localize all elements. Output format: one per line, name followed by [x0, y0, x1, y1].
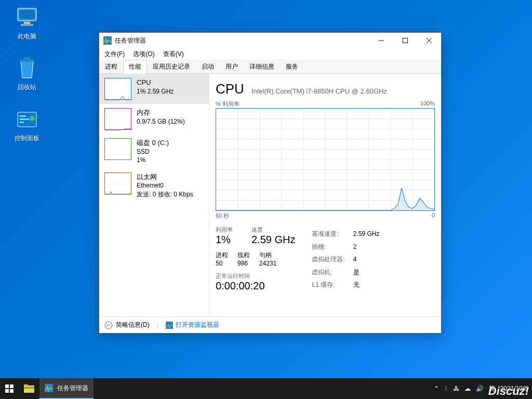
tab-users[interactable]: 用户 [220, 60, 244, 73]
tab-services[interactable]: 服务 [280, 60, 304, 73]
sidebar-item-title: CPU [137, 78, 174, 87]
fewer-details-label: 简略信息(D) [116, 321, 150, 329]
computer-icon [15, 5, 39, 30]
tab-processes[interactable]: 进程 [99, 60, 123, 73]
svg-rect-8 [20, 118, 29, 120]
resmon-label: 打开资源监视器 [176, 321, 219, 329]
sidebar-item-memory[interactable]: 内存0.9/7.5 GB (12%) [99, 104, 209, 134]
cpu-details-table: 基准速度:2.59 GHz 插槽:2 虚拟处理器:4 虚拟机:是 L1 缓存:无 [311, 227, 380, 292]
desktop-icon-control-panel[interactable]: 控制面板 [7, 107, 46, 143]
task-manager-icon [45, 384, 53, 392]
menu-options[interactable]: 选项(O) [130, 49, 157, 60]
desktop-icon-recycle-bin[interactable]: 回收站 [7, 56, 46, 92]
stat-label: 句柄 [259, 251, 276, 260]
stat-label: 进程 [216, 251, 228, 260]
svg-rect-41 [10, 389, 14, 393]
svg-rect-38 [5, 384, 9, 388]
svg-point-36 [105, 322, 112, 329]
minimize-button[interactable] [369, 33, 393, 48]
sidebar-item-sub: 发送: 0 接收: 0 Kbps [137, 190, 193, 198]
utilization-value: 1% [216, 234, 233, 246]
stat-label: 线程 [237, 251, 250, 260]
kv-value: 4 [353, 254, 380, 265]
start-button[interactable] [0, 378, 19, 399]
svg-rect-11 [103, 36, 112, 45]
open-resource-monitor-link[interactable]: 打开资源监视器 [166, 321, 219, 329]
svg-rect-9 [20, 122, 24, 123]
desktop-icon-label: 此电脑 [18, 32, 36, 41]
onedrive-icon[interactable]: ☁ [464, 385, 471, 392]
resource-monitor-icon [166, 322, 173, 329]
tab-startup[interactable]: 启动 [196, 60, 220, 73]
threads-value: 986 [237, 260, 250, 267]
sidebar-item-title: 内存 [137, 108, 185, 117]
tab-details[interactable]: 详细信息 [244, 60, 280, 73]
kv-label: 基准速度: [312, 228, 352, 240]
desktop-icon-label: 回收站 [18, 83, 36, 92]
svg-rect-2 [24, 22, 30, 24]
sidebar-item-ethernet[interactable]: 以太网Ethernet0发送: 0 接收: 0 Kbps [99, 168, 209, 203]
disk-thumb [104, 138, 131, 160]
task-manager-icon [103, 36, 112, 45]
titlebar[interactable]: 任务管理器 [99, 33, 441, 48]
window-title: 任务管理器 [115, 36, 369, 45]
svg-rect-40 [5, 389, 9, 393]
tabbar: 进程 性能 应用历史记录 启动 用户 详细信息 服务 [99, 60, 441, 74]
taskbar-task-manager[interactable]: 任务管理器 [39, 378, 94, 399]
maximize-button[interactable] [393, 33, 417, 48]
svg-rect-7 [20, 115, 26, 117]
uptime-value: 0:00:00:20 [216, 280, 295, 292]
control-panel-icon [15, 107, 39, 132]
performance-sidebar: CPU1% 2.59 GHz 内存0.9/7.5 GB (12%) 磁盘 0 (… [99, 74, 209, 316]
svg-rect-1 [19, 10, 35, 19]
svg-point-10 [30, 116, 35, 121]
chart-ymin: 0 [432, 212, 435, 220]
menu-view[interactable]: 查看(V) [160, 49, 187, 60]
tab-app-history[interactable]: 应用历史记录 [147, 60, 196, 73]
taskbar-app-label: 任务管理器 [57, 384, 88, 393]
stat-label: 速度 [251, 226, 295, 234]
network-icon[interactable]: 🖧 [453, 385, 459, 392]
menu-file[interactable]: 文件(F) [101, 49, 128, 60]
svg-rect-43 [24, 384, 28, 387]
sidebar-item-sub: SSD [137, 148, 169, 156]
tray-chevron-icon[interactable]: ⌃ [434, 385, 439, 392]
kv-label: 虚拟处理器: [312, 254, 352, 265]
kv-value: 是 [353, 267, 380, 278]
sidebar-item-sub: Ethernet0 [137, 181, 193, 190]
kv-label: L1 缓存: [312, 279, 352, 291]
fewer-details-button[interactable]: 简略信息(D) [104, 321, 150, 329]
taskbar: 任务管理器 ⌃ ᛒ 🖧 ☁ 🔊 英 2021/10/6 [0, 378, 532, 399]
memory-thumb [104, 108, 131, 130]
close-button[interactable] [417, 33, 441, 48]
bluetooth-icon[interactable]: ᛒ [444, 385, 448, 392]
sidebar-item-cpu[interactable]: CPU1% 2.59 GHz [99, 74, 209, 104]
chevron-up-circle-icon [104, 321, 113, 329]
svg-rect-44 [24, 387, 34, 389]
svg-rect-39 [10, 384, 14, 388]
chart-ymax: 100% [420, 100, 435, 108]
processes-value: 50 [216, 260, 228, 267]
menubar: 文件(F) 选项(O) 查看(V) [99, 48, 441, 60]
sidebar-item-sub: 1% 2.59 GHz [137, 87, 174, 96]
desktop-icon-this-pc[interactable]: 此电脑 [7, 5, 46, 41]
svg-rect-5 [24, 57, 30, 60]
svg-rect-3 [21, 24, 33, 26]
svg-rect-45 [45, 384, 53, 392]
taskbar-file-explorer[interactable] [19, 378, 39, 399]
kv-label: 插槽: [312, 241, 352, 253]
main-heading: CPU [216, 81, 244, 97]
desktop-icon-label: 控制面板 [15, 134, 39, 143]
tab-performance[interactable]: 性能 [123, 60, 147, 74]
uptime-label: 正常运行时间 [216, 272, 295, 280]
cpu-model: Intel(R) Core(TM) i7-8850H CPU @ 2.60GHz [251, 87, 387, 95]
stat-label: 利用率 [216, 226, 233, 234]
sidebar-item-disk[interactable]: 磁盘 0 (C:)SSD1% [99, 134, 209, 168]
windows-icon [5, 384, 14, 393]
kv-value: 2 [353, 241, 380, 253]
cpu-utilization-chart [216, 108, 435, 211]
task-manager-window: 任务管理器 文件(F) 选项(O) 查看(V) 进程 性能 应用历史记录 启动 … [99, 32, 442, 334]
svg-rect-13 [403, 38, 408, 43]
performance-main: CPU Intel(R) Core(TM) i7-8850H CPU @ 2.6… [209, 74, 441, 316]
volume-icon[interactable]: 🔊 [476, 385, 484, 392]
